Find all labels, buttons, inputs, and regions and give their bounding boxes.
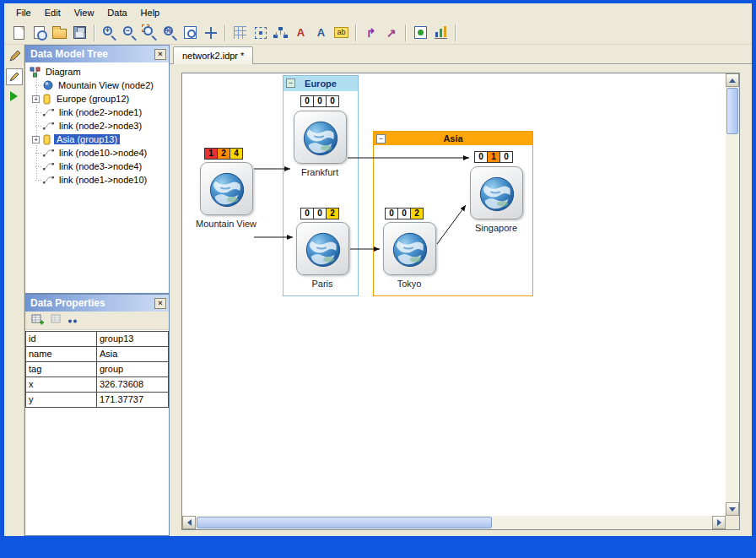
zoom-in-icon: + (101, 24, 117, 41)
dots-icon (68, 318, 78, 324)
vertical-scrollbar[interactable] (726, 73, 739, 516)
status-badge: 0 (313, 208, 327, 219)
style-tool-button[interactable] (6, 48, 23, 65)
node-label-tokyo: Tokyo (397, 279, 422, 289)
tree-item-europe[interactable]: + Europe (group12) (25, 92, 169, 106)
tree-panel-titlebar[interactable]: Data Model Tree × (25, 46, 169, 62)
arrow-down-icon (729, 507, 736, 512)
tree-guide-line (36, 79, 37, 181)
tool-palette (4, 45, 24, 536)
scroll-up-button[interactable] (726, 73, 739, 87)
link-icon (43, 161, 54, 171)
zoom-fit-icon (184, 26, 197, 39)
property-value[interactable]: group13 (97, 332, 169, 347)
force-layout-button[interactable]: A (311, 23, 331, 42)
zoom-percent-button[interactable]: % (160, 23, 180, 42)
toolbar-separator (455, 24, 456, 41)
tree-item-asia[interactable]: + Asia (group13) (25, 133, 169, 146)
link-route-button[interactable]: ↗ (381, 23, 401, 42)
node-paris[interactable] (296, 222, 349, 275)
globe-icon (208, 170, 246, 209)
menu-edit[interactable]: Edit (38, 5, 68, 20)
property-value[interactable]: 171.37737 (97, 393, 169, 408)
tree-panel-title: Data Model Tree (30, 48, 108, 60)
properties-panel-titlebar[interactable]: Data Properties × (25, 295, 169, 312)
snap-button[interactable] (251, 23, 270, 42)
close-icon[interactable]: × (154, 49, 166, 60)
link-tokyo-singapore[interactable] (437, 205, 466, 244)
scroll-left-button[interactable] (182, 516, 196, 529)
save-button[interactable] (70, 23, 89, 42)
property-key: name (26, 347, 97, 362)
tree-item-link5[interactable]: link (node1->node10) (25, 173, 169, 187)
tree-item-node2[interactable]: Mountain View (node2) (25, 79, 169, 92)
statistics-button[interactable] (431, 23, 451, 42)
tree-layout-icon (273, 26, 288, 39)
pan-button[interactable] (201, 23, 220, 42)
zoom-fit-button[interactable] (181, 23, 200, 42)
vertical-scrollbar-thumb[interactable] (726, 88, 738, 134)
property-value[interactable]: Asia (97, 347, 169, 362)
node-icon (43, 80, 53, 90)
property-key: tag (26, 362, 97, 377)
tree-item-link1[interactable]: link (node2->node1) (25, 106, 169, 119)
menu-data[interactable]: Data (100, 5, 133, 20)
zoom-window-button[interactable] (140, 23, 159, 42)
document-area: network2.idpr * − Europe − Asia (170, 45, 752, 536)
tree-item-link3[interactable]: link (node10->node4) (25, 146, 169, 160)
node-tokyo[interactable] (383, 222, 436, 275)
run-icon[interactable] (10, 91, 18, 101)
data-properties-panel: Data Properties × id group13 name Asia t… (24, 294, 170, 536)
grid-icon (234, 26, 246, 39)
tree-item-link2[interactable]: link (node2->node3) (25, 119, 169, 133)
diagram-canvas[interactable]: − Europe − Asia (182, 73, 726, 516)
edit-tool-button[interactable] (6, 68, 23, 85)
menu-view[interactable]: View (68, 5, 101, 20)
zoom-in-button[interactable]: + (100, 23, 119, 42)
properties-panel-title: Data Properties (30, 297, 105, 309)
new-document-button[interactable] (9, 23, 29, 42)
scroll-down-button[interactable] (726, 502, 739, 516)
zoom-out-button[interactable]: − (120, 23, 139, 42)
grid-button[interactable] (230, 23, 250, 42)
tree-layout-button[interactable] (271, 23, 290, 42)
arrow-left-icon (187, 519, 192, 526)
toolbar-separator (224, 24, 226, 41)
scroll-right-button[interactable] (712, 516, 726, 529)
pan-icon (204, 26, 218, 40)
node-frankfurt[interactable] (294, 111, 347, 164)
tree-item-diagram[interactable]: Diagram (25, 65, 169, 79)
globe-icon (301, 118, 340, 157)
insert-property-button[interactable] (31, 313, 45, 328)
toolbar-separator (94, 24, 95, 41)
property-row: x 326.73608 (26, 377, 169, 393)
data-model-tree-panel: Data Model Tree × Diagram Mountain View … (24, 45, 170, 294)
link-style-button[interactable]: ↱ (361, 23, 381, 42)
hierarchic-layout-button[interactable]: A (291, 23, 310, 42)
node-label-paris: Paris (311, 279, 332, 289)
tree-item-label: link (node2->node3) (57, 121, 144, 131)
render-options-button[interactable] (411, 23, 430, 42)
tree-item-link4[interactable]: link (node3->node4) (25, 160, 169, 173)
status-badge: 0 (385, 208, 398, 219)
properties-toolbar (25, 312, 169, 330)
open-button[interactable] (50, 23, 69, 42)
node-singapore[interactable] (470, 166, 523, 219)
property-value[interactable]: group (97, 362, 169, 377)
horizontal-scrollbar-thumb[interactable] (197, 517, 492, 528)
property-value[interactable]: 326.73608 (97, 377, 169, 393)
zoom-percent-icon: % (162, 24, 178, 41)
tree-item-label: link (node1->node10) (57, 175, 149, 185)
print-preview-button[interactable] (30, 23, 49, 42)
label-layout-button[interactable]: ab (332, 23, 351, 42)
menu-file[interactable]: File (9, 5, 38, 20)
options-button[interactable] (68, 316, 78, 326)
horizontal-scrollbar[interactable] (182, 516, 726, 529)
close-icon[interactable]: × (154, 298, 166, 309)
node-mountain-view[interactable] (200, 162, 253, 215)
tab-network2[interactable]: network2.idpr * (173, 46, 253, 64)
menu-help[interactable]: Help (134, 5, 167, 20)
application-window: File Edit View Data Help + − % A A ab ↱ … (0, 0, 756, 558)
link-style-icon: ↱ (366, 27, 376, 39)
delete-property-button[interactable] (51, 313, 62, 328)
